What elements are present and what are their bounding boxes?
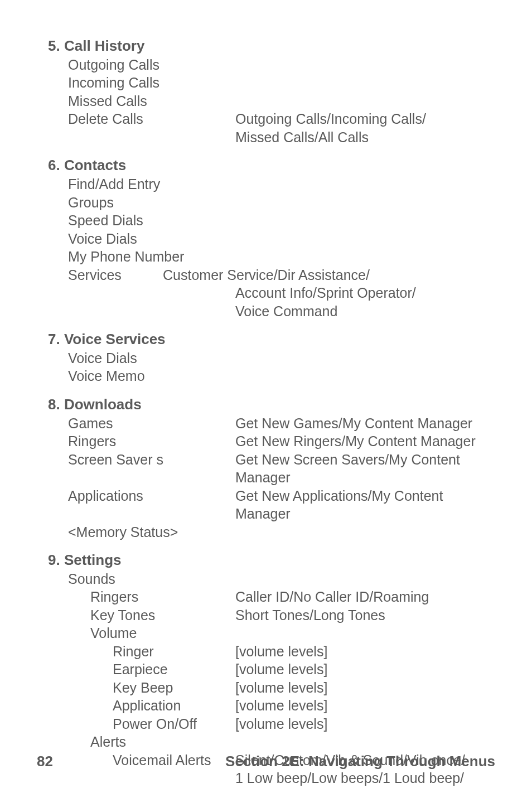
item-row: Ringers Get New Ringers/My Content Manag… [68,432,495,451]
item-value: Get New Games/My Content Manager [235,414,495,433]
item-value [235,175,495,194]
item-value: [volume levels] [235,660,495,679]
item-value: 1 Low beep/Low beeps/1 Loud beep/ [235,769,495,787]
page-number: 82 [37,753,53,770]
item-row: Applications Get New Applications/My Con… [68,487,495,505]
item-value: Get New Ringers/My Content Manager [235,432,495,451]
item-label: My Phone Number [68,248,235,266]
item-row: <Memory Status> [68,523,495,541]
item-row: Outgoing Calls [68,56,495,74]
item-label [113,769,235,787]
item-label: Groups [68,194,235,212]
heading-title: Voice Services [64,331,166,347]
heading-number: 6. [48,157,60,173]
item-row: Volume [68,624,495,642]
item-label [68,284,235,302]
item-value [235,92,495,110]
item-value [235,230,495,248]
item-label: Alerts [90,733,235,751]
item-row: Screen Saver s Get New Screen Savers/My … [68,451,495,469]
item-row: Key Tones Short Tones/Long Tones [68,606,495,625]
item-row: Missed Calls [68,92,495,110]
item-row: Alerts [68,733,495,751]
item-row: Find/Add Entry [68,175,495,194]
item-value [235,74,495,92]
item-row: My Phone Number [68,248,495,266]
item-row: Earpiece [volume levels] [68,660,495,679]
item-row: Groups [68,194,495,212]
section-settings: 9. Settings Sounds Ringers Caller ID/No … [48,551,495,787]
item-label: Incoming Calls [68,74,235,92]
item-row: Manager [68,505,495,523]
item-value [235,248,495,266]
item-label: Sounds [68,570,235,588]
heading-number: 7. [48,331,60,347]
item-value: Get New Screen Savers/My Content [235,451,495,469]
item-row: Voice Command [68,302,495,321]
item-label: Earpiece [113,660,235,679]
item-value: Voice Command [235,302,495,321]
items-contacts: Find/Add Entry Groups Speed Dials Voice … [48,175,495,320]
item-value: Manager [235,505,495,523]
item-label: Ringers [90,588,235,606]
item-value: Missed Calls/All Calls [235,128,495,147]
item-value [235,194,495,212]
item-value: Customer Service/Dir Assistance/ [163,266,495,284]
heading-voice-services: 7. Voice Services [48,330,495,349]
item-label: Voice Dials [68,349,235,367]
items-voice-services: Voice Dials Voice Memo [48,349,495,385]
items-downloads: Games Get New Games/My Content Manager R… [48,414,495,541]
item-label: Applications [68,487,235,505]
section-contacts: 6. Contacts Find/Add Entry Groups Speed … [48,156,495,320]
item-label: Services [68,266,163,284]
item-label: Ringer [113,642,235,661]
item-value [235,523,495,541]
item-label: Delete Calls [68,110,235,128]
heading-number: 9. [48,552,60,568]
item-label: Missed Calls [68,92,235,110]
heading-settings: 9. Settings [48,551,495,570]
item-label [68,302,235,321]
item-row: Speed Dials [68,211,495,230]
item-label: Key Beep [113,679,235,697]
item-value [235,367,495,385]
item-row: Ringers Caller ID/No Caller ID/Roaming [68,588,495,606]
item-label: Key Tones [90,606,235,625]
item-value [235,349,495,367]
item-label: Application [113,697,235,715]
heading-contacts: 6. Contacts [48,156,495,175]
item-value: Manager [235,468,495,487]
item-row: Ringer [volume levels] [68,642,495,661]
item-value: Short Tones/Long Tones [235,606,495,625]
item-label: Screen Saver s [68,451,235,469]
item-label: Voice Dials [68,230,235,248]
item-row: Application [volume levels] [68,697,495,715]
item-row: Manager [68,468,495,487]
item-row: Services Customer Service/Dir Assistance… [68,266,495,284]
heading-call-history: 5. Call History [48,37,495,56]
heading-number: 8. [48,396,60,413]
item-row: Incoming Calls [68,74,495,92]
item-label: <Memory Status> [68,523,235,541]
content-area: 5. Call History Outgoing Calls Incoming … [37,37,495,787]
item-row: Games Get New Games/My Content Manager [68,414,495,433]
item-value: [volume levels] [235,715,495,733]
item-row: Sounds [68,570,495,588]
item-row: Voice Dials [68,230,495,248]
item-row: Power On/Off [volume levels] [68,715,495,733]
item-value: Outgoing Calls/Incoming Calls/ [235,110,495,128]
document-page: 5. Call History Outgoing Calls Incoming … [0,0,532,798]
heading-downloads: 8. Downloads [48,395,495,414]
item-value [235,56,495,74]
item-label: Speed Dials [68,211,235,230]
item-value: [volume levels] [235,679,495,697]
section-downloads: 8. Downloads Games Get New Games/My Cont… [48,395,495,541]
item-row: 1 Low beep/Low beeps/1 Loud beep/ [68,769,495,787]
heading-title: Call History [64,37,145,54]
item-label [68,128,235,147]
item-row: Account Info/Sprint Operator/ [68,284,495,302]
item-label: Games [68,414,235,433]
item-row: Voice Dials [68,349,495,367]
heading-title: Contacts [64,157,126,173]
page-footer: 82 Section 2E: Navigating Through Menus [37,753,495,770]
